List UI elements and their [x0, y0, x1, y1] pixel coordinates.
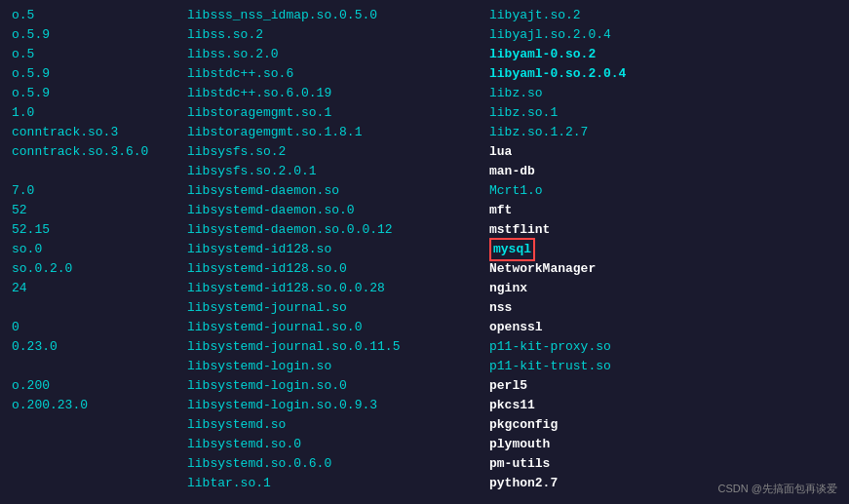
- list-item: libsystemd-login.so.0.9.3: [187, 396, 482, 415]
- list-item: pm-utils: [489, 454, 837, 474]
- terminal-window: o.5o.5.9o.5o.5.9o.5.91.0conntrack.so.3co…: [0, 0, 849, 504]
- list-item: libsystemd-login.so.0: [187, 376, 482, 396]
- list-item: libyaml-0.so.2.0.4: [489, 64, 837, 84]
- list-item: man-db: [489, 162, 837, 181]
- list-item: 1.0: [12, 103, 179, 123]
- list-item: libstoragemgmt.so.1: [187, 103, 482, 123]
- list-item: libsystemd-login.so: [187, 357, 482, 376]
- list-item: libyajt.so.2: [489, 6, 837, 25]
- list-item: libsss_nss_idmap.so.0.5.0: [187, 6, 482, 25]
- list-item: libstoragemgmt.so.1.8.1: [187, 123, 482, 142]
- list-item: so.0.2.0: [12, 259, 179, 279]
- list-item: libsystemd.so.0.6.0: [187, 454, 482, 474]
- list-item: p11-kit-trust.so: [489, 357, 837, 376]
- list-item: o.5: [12, 6, 179, 25]
- list-item: libsysfs.so.2: [187, 142, 482, 162]
- watermark: CSDN @先搞面包再谈爱: [718, 482, 837, 496]
- list-item: libsystemd-journal.so.0.11.5: [187, 337, 482, 357]
- list-item: so.0: [12, 240, 179, 259]
- list-item: libsystemd-daemon.so.0.0.12: [187, 220, 482, 240]
- list-item: p11-kit-proxy.so: [489, 337, 837, 357]
- list-item: perl5: [489, 376, 837, 396]
- list-item: pkgconfig: [489, 415, 837, 435]
- list-item: libsystemd-journal.so: [187, 298, 482, 318]
- column-right: libyajt.so.2libyajl.so.2.0.4libyaml-0.so…: [485, 4, 841, 481]
- list-item: [12, 162, 179, 181]
- list-item: 52.15: [12, 220, 179, 240]
- list-item: o.5.9: [12, 25, 179, 45]
- list-item: mft: [489, 201, 837, 220]
- list-item: [12, 298, 179, 318]
- list-item: openssl: [489, 318, 837, 337]
- list-item: mstflint: [489, 220, 837, 240]
- list-item: o.5.9: [12, 84, 179, 103]
- list-item: 52: [12, 201, 179, 220]
- list-item: libstdc++.so.6: [187, 64, 482, 84]
- list-item: libz.so.1.2.7: [489, 123, 837, 142]
- list-item: libstdc++.so.6.0.19: [187, 84, 482, 103]
- list-item: 7.0: [12, 181, 179, 201]
- list-item: mysql: [489, 240, 837, 259]
- list-item: o.5.9: [12, 64, 179, 84]
- list-item: libsystemd-id128.so: [187, 240, 482, 259]
- list-item: Mcrt1.o: [489, 181, 837, 201]
- list-item: plymouth: [489, 435, 837, 454]
- list-item: nss: [489, 298, 837, 318]
- list-item: libsystemd-daemon.so: [187, 181, 482, 201]
- list-item: libsystemd-id128.so.0: [187, 259, 482, 279]
- highlighted-item: mysql: [489, 238, 535, 261]
- list-item: NetworkManager: [489, 259, 837, 279]
- list-item: libsysfs.so.2.0.1: [187, 162, 482, 181]
- list-item: libsystemd.so.0: [187, 435, 482, 454]
- list-item: o.200: [12, 376, 179, 396]
- list-item: [12, 357, 179, 376]
- list-item: libsystemd-journal.so.0: [187, 318, 482, 337]
- list-item: libyajl.so.2.0.4: [489, 25, 837, 45]
- list-item: libz.so: [489, 84, 837, 103]
- list-item: libsystemd.so: [187, 415, 482, 435]
- list-item: o.200.23.0: [12, 396, 179, 415]
- list-item: libsystemd-daemon.so.0: [187, 201, 482, 220]
- list-item: nginx: [489, 279, 837, 298]
- list-item: conntrack.so.3: [12, 123, 179, 142]
- list-item: libsystemd-id128.so.0.0.28: [187, 279, 482, 298]
- column-left: o.5o.5.9o.5o.5.9o.5.91.0conntrack.so.3co…: [8, 4, 183, 481]
- list-item: libss.so.2: [187, 25, 482, 45]
- list-item: lua: [489, 142, 837, 162]
- list-item: libyaml-0.so.2: [489, 45, 837, 64]
- list-item: libtar.so.1: [187, 474, 482, 493]
- list-item: pkcs11: [489, 396, 837, 415]
- column-middle: libsss_nss_idmap.so.0.5.0libss.so.2libss…: [183, 4, 485, 481]
- list-item: 0.23.0: [12, 337, 179, 357]
- list-item: 0: [12, 318, 179, 337]
- list-item: o.5: [12, 45, 179, 64]
- list-item: libss.so.2.0: [187, 45, 482, 64]
- content-area: o.5o.5.9o.5o.5.9o.5.91.0conntrack.so.3co…: [8, 4, 841, 481]
- list-item: conntrack.so.3.6.0: [12, 142, 179, 162]
- list-item: 24: [12, 279, 179, 298]
- list-item: libz.so.1: [489, 103, 837, 123]
